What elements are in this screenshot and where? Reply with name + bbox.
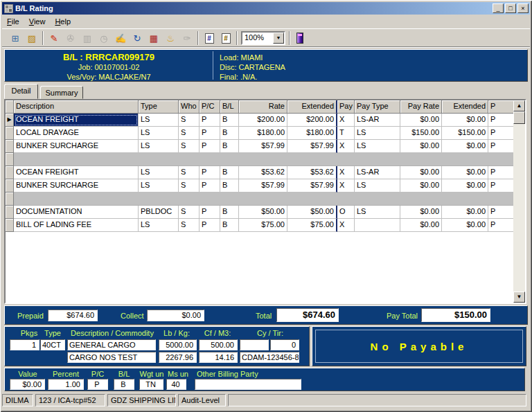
grid-cell[interactable]: P bbox=[200, 166, 220, 179]
cargo-type-field[interactable]: 40CT bbox=[40, 339, 65, 350]
grid-cell[interactable]: S bbox=[179, 179, 200, 192]
grid-cell[interactable]: $0.00 bbox=[400, 206, 442, 219]
lbkg-field-2[interactable]: 2267.96 bbox=[159, 352, 197, 363]
tab-detail[interactable]: Detail bbox=[4, 84, 38, 99]
other-billing-party-field[interactable] bbox=[195, 379, 301, 390]
grid-cell[interactable]: B bbox=[220, 140, 239, 153]
grid-cell[interactable]: $200.00 bbox=[239, 114, 287, 127]
tab-summary[interactable]: Summary bbox=[40, 86, 83, 99]
ms-unit-field[interactable]: 40 bbox=[166, 379, 186, 390]
cfm3-field-1[interactable]: 500.00 bbox=[199, 339, 238, 350]
grid-column-header-3[interactable]: P/C bbox=[200, 100, 220, 114]
collect-field[interactable]: $0.00 bbox=[147, 310, 204, 321]
grid-cell[interactable]: LS bbox=[139, 219, 179, 232]
tir-field[interactable]: 0 bbox=[270, 339, 299, 350]
grid-cell[interactable]: B bbox=[220, 179, 239, 192]
menu-view[interactable]: View bbox=[24, 16, 51, 27]
grid-cell[interactable]: P bbox=[200, 179, 220, 192]
grid-cell[interactable]: LS-AR bbox=[355, 166, 400, 179]
grid-cell[interactable]: S bbox=[179, 206, 200, 219]
scroll-down-button[interactable]: ▼ bbox=[513, 292, 525, 303]
lbkg-field-1[interactable]: 5000.00 bbox=[159, 339, 197, 350]
grid-cell[interactable]: $50.00 bbox=[287, 206, 337, 219]
grid-cell[interactable]: $150.00 bbox=[442, 127, 488, 140]
grid-cell[interactable]: P bbox=[200, 219, 220, 232]
grid-cell[interactable]: $150.00 bbox=[400, 127, 442, 140]
doc-number-edit-icon[interactable]: # bbox=[218, 30, 233, 46]
rate-notes-icon[interactable]: ▨ bbox=[24, 30, 39, 46]
grid-cell[interactable]: B bbox=[220, 206, 239, 219]
doc-number-icon[interactable]: # bbox=[202, 30, 217, 46]
exit-column-icon[interactable] bbox=[296, 33, 303, 44]
grid-cell[interactable]: BUNKER SURCHARGE bbox=[14, 179, 139, 192]
grid-cell[interactable]: $53.62 bbox=[287, 166, 337, 179]
grid-cell[interactable]: $0.00 bbox=[442, 140, 488, 153]
close-button[interactable]: × bbox=[517, 3, 529, 13]
grid-column-header-6[interactable]: Extended bbox=[287, 100, 337, 114]
row-indicator-cell[interactable] bbox=[6, 140, 14, 153]
grid-cell[interactable]: T bbox=[337, 127, 355, 140]
menu-file[interactable]: File bbox=[2, 16, 24, 27]
grid-cell[interactable]: X bbox=[337, 179, 355, 192]
grid-cell[interactable]: LS bbox=[355, 179, 400, 192]
grid-cell[interactable]: B bbox=[220, 166, 239, 179]
zoom-combo[interactable]: 100%▼ bbox=[241, 31, 285, 45]
grid-cell[interactable]: $0.00 bbox=[400, 114, 442, 127]
grid-cell[interactable]: DOCUMENTATION bbox=[14, 206, 139, 219]
grid-cell[interactable]: X bbox=[337, 114, 355, 127]
menu-help[interactable]: Help bbox=[50, 16, 76, 27]
grid-cell[interactable]: LS bbox=[139, 166, 179, 179]
prepaid-field[interactable]: $674.60 bbox=[48, 310, 98, 321]
grid-cell[interactable]: LS bbox=[355, 127, 400, 140]
calendar-icon[interactable]: ▦ bbox=[146, 30, 161, 46]
grid-cell[interactable]: $0.00 bbox=[442, 114, 488, 127]
vertical-scrollbar[interactable]: ▲ ▼ bbox=[513, 100, 525, 303]
grid-cell[interactable]: OCEAN FREIGHT bbox=[14, 114, 139, 127]
grid-column-header-8[interactable]: Pay Type bbox=[355, 100, 400, 114]
grid-cell[interactable]: $50.00 bbox=[239, 206, 287, 219]
grid-cell[interactable]: $75.00 bbox=[239, 219, 287, 232]
scrollbar-thumb[interactable] bbox=[513, 111, 525, 124]
grid-cell[interactable]: P bbox=[200, 206, 220, 219]
cy-field[interactable] bbox=[240, 339, 269, 350]
grid-cell[interactable]: S bbox=[179, 127, 200, 140]
bl-field[interactable]: B bbox=[114, 379, 134, 390]
grid-cell[interactable]: $57.99 bbox=[239, 179, 287, 192]
grid-cell[interactable]: O bbox=[337, 206, 355, 219]
grid-cell[interactable]: P bbox=[488, 206, 513, 219]
grid-cell[interactable]: P bbox=[488, 140, 513, 153]
grid-cell[interactable]: LS bbox=[139, 179, 179, 192]
grid-cell[interactable]: OCEAN FREIGHT bbox=[14, 166, 139, 179]
grid-cell[interactable]: X bbox=[337, 219, 355, 232]
grid-cell[interactable]: $0.00 bbox=[400, 179, 442, 192]
grid-cell[interactable]: S bbox=[179, 166, 200, 179]
grid-cell[interactable]: $0.00 bbox=[442, 166, 488, 179]
grid-cell[interactable]: LS bbox=[139, 140, 179, 153]
row-indicator-cell[interactable] bbox=[6, 127, 14, 140]
grid-column-header-11[interactable]: P bbox=[488, 100, 513, 114]
pkgs-field[interactable]: 1 bbox=[10, 339, 39, 350]
grid-cell[interactable]: B bbox=[220, 114, 239, 127]
grid-column-header-9[interactable]: Pay Rate bbox=[400, 100, 442, 114]
grid-cell[interactable]: S bbox=[179, 219, 200, 232]
grid-column-header-4[interactable]: B/L bbox=[220, 100, 239, 114]
grid-cell[interactable]: $0.00 bbox=[400, 219, 442, 232]
grid-cell[interactable]: $57.99 bbox=[287, 179, 337, 192]
maximize-button[interactable]: □ bbox=[505, 3, 516, 13]
grid-cell[interactable]: $0.00 bbox=[442, 179, 488, 192]
globe-refresh-icon[interactable]: ↻ bbox=[130, 30, 145, 46]
grid-column-header-0[interactable]: Description bbox=[14, 100, 139, 114]
edit-rates-icon[interactable]: ✎ bbox=[46, 30, 62, 46]
grid-cell[interactable]: S bbox=[179, 140, 200, 153]
grid-cell[interactable]: P bbox=[488, 114, 513, 127]
grid-cell[interactable]: LS bbox=[139, 114, 179, 127]
grid-cell[interactable]: PBLDOC bbox=[139, 206, 179, 219]
grid-cell[interactable] bbox=[355, 219, 400, 232]
grid-column-header-7[interactable]: Pay bbox=[337, 100, 355, 114]
current-row-arrow-icon[interactable]: ▶ bbox=[6, 114, 14, 127]
row-indicator-cell[interactable] bbox=[6, 219, 14, 232]
note-edit-icon[interactable]: ✍ bbox=[113, 30, 128, 46]
grid-column-header-5[interactable]: Rate bbox=[239, 100, 287, 114]
wgt-unit-field[interactable]: TN bbox=[139, 379, 163, 390]
pc-field[interactable]: P bbox=[87, 379, 108, 390]
